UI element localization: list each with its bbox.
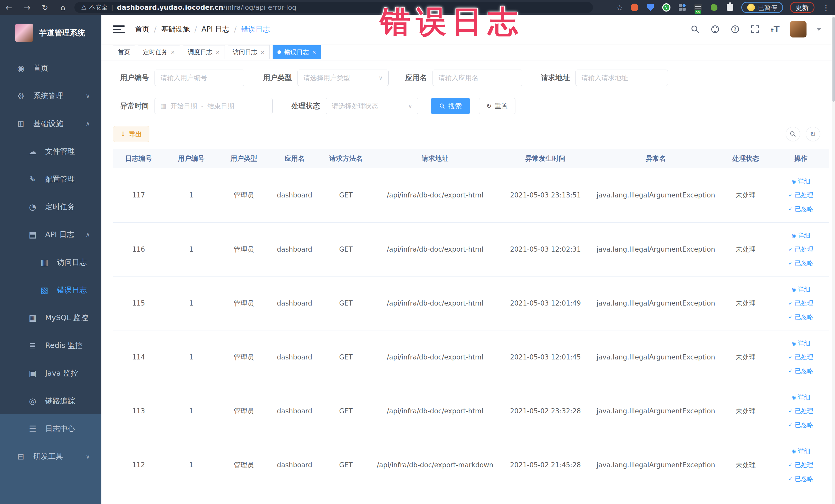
ignored-link[interactable]: ✓已忽略 <box>789 313 813 321</box>
user-avatar[interactable] <box>790 21 807 38</box>
processed-link[interactable]: ✓已处理 <box>789 353 813 361</box>
processed-link[interactable]: ✓已处理 <box>789 245 813 254</box>
sidebar-item-1[interactable]: ⚙系统管理∨ <box>0 82 101 110</box>
processed-link[interactable]: ✓已处理 <box>789 299 813 307</box>
font-size-icon[interactable]: tT <box>770 24 780 35</box>
ignored-link[interactable]: ✓已忽略 <box>789 421 813 429</box>
start-date-placeholder: 开始日期 <box>170 102 197 110</box>
sidebar-item-5[interactable]: ◔定时任务 <box>0 193 101 221</box>
close-icon[interactable]: × <box>312 49 316 55</box>
breadcrumb-item-1[interactable]: 基础设施 <box>161 24 190 34</box>
detail-link[interactable]: ◉详细 <box>791 285 810 294</box>
close-icon[interactable]: × <box>171 49 175 55</box>
help-icon[interactable]: ? <box>730 24 740 35</box>
processed-link[interactable]: ✓已处理 <box>789 461 813 469</box>
update-button[interactable]: 更新 <box>790 2 814 13</box>
ext-dark-on-icon[interactable]: on <box>694 3 703 12</box>
avatar-caret-down-icon[interactable] <box>816 28 821 31</box>
search-icon[interactable] <box>690 24 700 35</box>
security-label[interactable]: 不安全 <box>89 3 108 12</box>
sidebar: 芋道管理系统 ◉首页⚙系统管理∨⊞基础设施∧☁文件管理✎配置管理◔定时任务▤AP… <box>0 15 101 504</box>
processed-link[interactable]: ✓已处理 <box>789 191 813 199</box>
breadcrumb-item-3[interactable]: 错误日志 <box>241 24 270 34</box>
ext-plant-icon[interactable] <box>710 3 719 12</box>
close-icon[interactable]: × <box>216 49 220 55</box>
detail-link[interactable]: ◉详细 <box>791 447 810 455</box>
detail-link[interactable]: ◉详细 <box>791 177 810 185</box>
close-icon[interactable]: × <box>261 49 265 55</box>
cell-r3-c8: 未处理 <box>719 353 773 362</box>
update-label: 更新 <box>796 3 809 12</box>
column-header-6: 异常发生时间 <box>498 154 593 163</box>
row-actions: ◉详细✓已处理✓已忽略 <box>773 339 829 375</box>
ignored-link[interactable]: ✓已忽略 <box>789 259 813 267</box>
detail-link[interactable]: ◉详细 <box>791 339 810 347</box>
scrollbar-thumb[interactable] <box>832 17 835 102</box>
app-logo-row[interactable]: 芋道管理系统 <box>0 15 101 50</box>
sidebar-item-11[interactable]: ▣Java 监控 <box>0 360 101 387</box>
sidebar-item-3[interactable]: ☁文件管理 <box>0 138 101 165</box>
detail-link[interactable]: ◉详细 <box>791 393 810 401</box>
app-name-input[interactable] <box>439 74 516 82</box>
tag-tab-4[interactable]: 错误日志× <box>272 45 321 59</box>
cell-r1-c8: 未处理 <box>719 245 773 254</box>
paused-badge[interactable]: 已暂停 <box>741 2 783 13</box>
exception-time-range-picker[interactable]: ▦ 开始日期 - 结束日期 <box>155 98 272 114</box>
search-button[interactable]: 搜索 <box>431 98 470 114</box>
refresh-button[interactable]: ↻ <box>806 127 820 141</box>
action-label: 详细 <box>798 285 810 294</box>
request-url-input[interactable] <box>582 74 662 82</box>
chrome-right-controls: ☆ V on 已暂停 更新 ⋮ <box>616 2 835 13</box>
hamburger-icon[interactable] <box>113 23 125 36</box>
breadcrumb-item-0[interactable]: 首页 <box>135 24 149 34</box>
tag-tab-3[interactable]: 访问日志× <box>228 45 270 59</box>
extensions-puzzle-icon[interactable] <box>726 3 735 12</box>
sidebar-item-14[interactable]: ⊟研发工具∨ <box>0 443 101 470</box>
github-icon[interactable] <box>710 24 720 35</box>
reload-icon[interactable]: ↻ <box>36 3 54 12</box>
check-icon: ✓ <box>789 300 793 306</box>
sidebar-item-2[interactable]: ⊞基础设施∧ <box>0 110 101 138</box>
sidebar-item-4[interactable]: ✎配置管理 <box>0 165 101 193</box>
sidebar-item-12[interactable]: ◎链路追踪 <box>0 387 101 415</box>
sidebar-item-6[interactable]: ▤API 日志∧ <box>0 221 101 248</box>
forward-icon[interactable]: → <box>18 3 36 12</box>
processed-link[interactable]: ✓已处理 <box>789 407 813 415</box>
home-icon[interactable]: ⌂ <box>54 3 72 12</box>
back-icon[interactable]: ← <box>0 3 18 12</box>
cell-r3-c7: java.lang.IllegalArgumentException <box>593 353 719 361</box>
export-button[interactable]: ↓ 导出 <box>113 126 149 142</box>
calendar-icon: ▦ <box>160 102 166 109</box>
sidebar-item-7[interactable]: ▥访问日志 <box>0 248 101 276</box>
cell-r2-c4: GET <box>320 299 372 307</box>
table-body: 1171管理员dashboardGET/api/infra/db-doc/exp… <box>113 168 829 492</box>
detail-link[interactable]: ◉详细 <box>791 231 810 240</box>
chrome-menu-icon[interactable]: ⋮ <box>821 3 831 12</box>
tag-tab-2[interactable]: 调度日志× <box>183 45 225 59</box>
ext-blue-shield-icon[interactable] <box>646 3 655 12</box>
user-type-select[interactable]: 请选择用户类型 ∨ <box>298 69 389 86</box>
sidebar-item-10[interactable]: ≣Redis 监控 <box>0 332 101 360</box>
ignored-link[interactable]: ✓已忽略 <box>789 205 813 213</box>
reset-button[interactable]: ↻ 重置 <box>479 98 515 114</box>
cell-r5-c0: 112 <box>113 461 164 469</box>
sidebar-item-9[interactable]: ▦MySQL 监控 <box>0 304 101 332</box>
page-scrollbar[interactable] <box>832 15 835 504</box>
fullscreen-icon[interactable] <box>750 24 760 35</box>
sidebar-item-13[interactable]: ☰日志中心 <box>0 415 101 443</box>
ext-green-check-icon[interactable]: V <box>662 3 671 12</box>
check-icon: ✓ <box>789 314 793 320</box>
tag-tab-0[interactable]: 首页 <box>113 45 135 59</box>
tag-tab-1[interactable]: 定时任务× <box>138 45 180 59</box>
ext-orange-circle-icon[interactable] <box>630 3 639 12</box>
sidebar-item-8[interactable]: ▧错误日志 <box>0 276 101 304</box>
ignored-link[interactable]: ✓已忽略 <box>789 367 813 375</box>
bookmark-star-icon[interactable]: ☆ <box>616 3 623 12</box>
search-toggle-button[interactable] <box>786 127 800 141</box>
breadcrumb-item-2[interactable]: API 日志 <box>202 24 229 34</box>
sidebar-item-0[interactable]: ◉首页 <box>0 55 101 82</box>
process-status-select[interactable]: 请选择处理状态 ∨ <box>326 98 418 114</box>
ext-grid-icon[interactable] <box>678 3 687 12</box>
user-id-input[interactable] <box>160 74 239 82</box>
ignored-link[interactable]: ✓已忽略 <box>789 475 813 483</box>
